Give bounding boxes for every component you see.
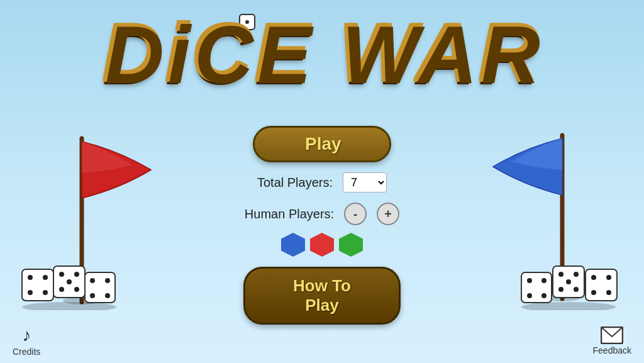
svg-point-21	[90, 293, 95, 298]
svg-point-19	[90, 278, 95, 283]
svg-rect-35	[586, 269, 617, 301]
total-players-label: Total Players:	[257, 176, 333, 190]
credits-section[interactable]: ♪ Credits	[13, 325, 40, 357]
svg-point-32	[566, 279, 571, 284]
svg-point-20	[105, 278, 110, 283]
svg-rect-18	[85, 272, 115, 303]
human-players-plus-button[interactable]: +	[377, 203, 399, 225]
svg-point-13	[59, 272, 64, 277]
svg-point-25	[527, 278, 532, 283]
svg-point-36	[591, 275, 596, 280]
play-button[interactable]: Play	[253, 126, 391, 162]
total-players-row: Total Players: 2 3 4 5 6 7 8	[257, 172, 387, 193]
svg-point-9	[43, 275, 48, 280]
human-players-minus-button[interactable]: -	[344, 203, 367, 225]
svg-rect-7	[22, 269, 53, 301]
svg-point-16	[59, 287, 64, 292]
svg-point-17	[74, 287, 79, 292]
svg-point-11	[43, 290, 48, 295]
svg-point-33	[558, 287, 564, 292]
left-dice-svg	[19, 254, 119, 310]
left-dice-pile	[19, 254, 119, 313]
svg-point-22	[105, 293, 110, 298]
player-color-red[interactable]	[310, 233, 334, 257]
svg-point-37	[606, 275, 611, 280]
feedback-label: Feedback	[593, 345, 631, 355]
svg-point-8	[28, 275, 33, 280]
total-players-select[interactable]: 2 3 4 5 6 7 8	[343, 172, 387, 193]
feedback-section[interactable]: Feedback	[593, 327, 631, 355]
music-icon: ♪	[22, 325, 31, 345]
right-dice-svg	[518, 254, 619, 310]
svg-point-31	[574, 272, 579, 277]
svg-point-38	[591, 290, 596, 295]
svg-point-39	[606, 290, 611, 295]
svg-rect-24	[521, 272, 552, 303]
how-to-play-button[interactable]: How To Play	[243, 267, 401, 325]
credits-label: Credits	[13, 347, 40, 357]
title-container: DiCE WAR	[0, 0, 644, 93]
player-color-blue[interactable]	[281, 233, 305, 257]
svg-point-10	[28, 290, 33, 295]
svg-point-27	[527, 293, 532, 298]
right-dice-pile	[518, 254, 619, 313]
feedback-icon	[601, 327, 623, 344]
svg-point-28	[541, 293, 547, 298]
center-controls: Play Total Players: 2 3 4 5 6 7 8 Human …	[243, 126, 401, 325]
svg-point-26	[541, 278, 547, 283]
human-players-label: Human Players:	[245, 207, 334, 221]
svg-point-15	[67, 279, 72, 284]
svg-point-34	[574, 287, 579, 292]
svg-point-30	[558, 272, 564, 277]
player-color-green[interactable]	[339, 233, 363, 257]
bottom-bar: ♪ Credits Feedback	[0, 319, 644, 363]
game-title: DiCE WAR	[0, 11, 644, 93]
player-colors-row	[281, 233, 363, 257]
svg-point-14	[74, 272, 79, 277]
human-players-row: Human Players: - +	[245, 203, 399, 225]
